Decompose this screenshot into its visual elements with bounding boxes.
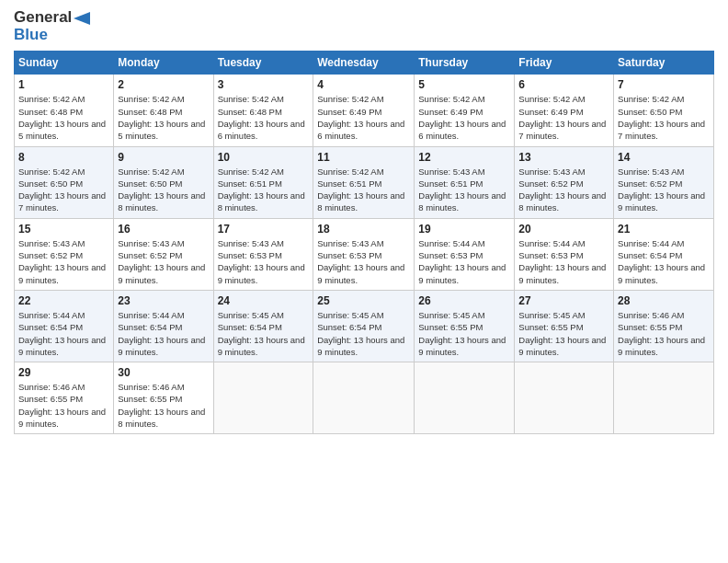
day-number: 9 — [118, 151, 209, 164]
calendar-header-row: SundayMondayTuesdayWednesdayThursdayFrid… — [15, 52, 714, 75]
day-number: 24 — [218, 294, 310, 307]
day-info: Sunrise: 5:45 AM Sunset: 6:55 PM Dayligh… — [418, 309, 510, 358]
day-number: 26 — [418, 294, 510, 307]
day-number: 4 — [317, 78, 410, 91]
week-row-1: 1 Sunrise: 5:42 AM Sunset: 6:48 PM Dayli… — [15, 75, 714, 146]
day-info: Sunrise: 5:46 AM Sunset: 6:55 PM Dayligh… — [118, 381, 209, 430]
day-info: Sunrise: 5:42 AM Sunset: 6:49 PM Dayligh… — [418, 93, 510, 142]
calendar-cell — [515, 362, 614, 434]
day-info: Sunrise: 5:43 AM Sunset: 6:52 PM Dayligh… — [518, 166, 609, 214]
day-number: 2 — [118, 78, 209, 91]
day-info: Sunrise: 5:42 AM Sunset: 6:51 PM Dayligh… — [218, 166, 310, 214]
day-number: 3 — [218, 78, 310, 91]
day-number: 21 — [618, 223, 710, 236]
day-info: Sunrise: 5:44 AM Sunset: 6:54 PM Dayligh… — [18, 309, 109, 358]
calendar-cell: 18 Sunrise: 5:43 AM Sunset: 6:53 PM Dayl… — [313, 218, 415, 290]
calendar-cell: 1 Sunrise: 5:42 AM Sunset: 6:48 PM Dayli… — [15, 75, 114, 146]
calendar-cell: 14 Sunrise: 5:43 AM Sunset: 6:52 PM Dayl… — [614, 146, 714, 218]
week-row-5: 29 Sunrise: 5:46 AM Sunset: 6:55 PM Dayl… — [15, 362, 714, 434]
calendar-cell: 3 Sunrise: 5:42 AM Sunset: 6:48 PM Dayli… — [213, 75, 313, 146]
calendar-cell: 30 Sunrise: 5:46 AM Sunset: 6:55 PM Dayl… — [114, 362, 213, 434]
calendar-header-tuesday: Tuesday — [213, 52, 313, 75]
day-number: 11 — [317, 151, 410, 164]
day-number: 8 — [18, 151, 109, 164]
calendar-cell: 2 Sunrise: 5:42 AM Sunset: 6:48 PM Dayli… — [114, 75, 213, 146]
calendar-cell: 6 Sunrise: 5:42 AM Sunset: 6:49 PM Dayli… — [515, 75, 614, 146]
calendar-cell: 21 Sunrise: 5:44 AM Sunset: 6:54 PM Dayl… — [614, 218, 714, 290]
calendar-cell: 9 Sunrise: 5:42 AM Sunset: 6:50 PM Dayli… — [114, 146, 213, 218]
day-info: Sunrise: 5:44 AM Sunset: 6:53 PM Dayligh… — [418, 237, 510, 286]
day-number: 13 — [518, 151, 609, 164]
calendar-cell: 28 Sunrise: 5:46 AM Sunset: 6:55 PM Dayl… — [614, 290, 714, 362]
day-info: Sunrise: 5:43 AM Sunset: 6:52 PM Dayligh… — [618, 166, 710, 214]
calendar-cell — [313, 362, 415, 434]
day-info: Sunrise: 5:42 AM Sunset: 6:48 PM Dayligh… — [18, 93, 109, 142]
day-info: Sunrise: 5:42 AM Sunset: 6:50 PM Dayligh… — [618, 93, 710, 142]
day-number: 1 — [18, 78, 109, 91]
day-info: Sunrise: 5:45 AM Sunset: 6:54 PM Dayligh… — [218, 309, 310, 358]
calendar-cell: 7 Sunrise: 5:42 AM Sunset: 6:50 PM Dayli… — [614, 75, 714, 146]
calendar-cell: 26 Sunrise: 5:45 AM Sunset: 6:55 PM Dayl… — [415, 290, 515, 362]
day-info: Sunrise: 5:42 AM Sunset: 6:50 PM Dayligh… — [118, 166, 209, 214]
day-number: 27 — [518, 294, 609, 307]
calendar-header-wednesday: Wednesday — [313, 52, 415, 75]
day-info: Sunrise: 5:42 AM Sunset: 6:48 PM Dayligh… — [218, 93, 310, 142]
calendar-cell: 20 Sunrise: 5:44 AM Sunset: 6:53 PM Dayl… — [515, 218, 614, 290]
day-number: 5 — [418, 78, 510, 91]
calendar-cell: 8 Sunrise: 5:42 AM Sunset: 6:50 PM Dayli… — [15, 146, 114, 218]
day-number: 22 — [18, 294, 109, 307]
day-info: Sunrise: 5:43 AM Sunset: 6:52 PM Dayligh… — [18, 237, 109, 286]
calendar-header-thursday: Thursday — [415, 52, 515, 75]
day-info: Sunrise: 5:44 AM Sunset: 6:54 PM Dayligh… — [618, 237, 710, 286]
day-number: 18 — [317, 223, 410, 236]
week-row-3: 15 Sunrise: 5:43 AM Sunset: 6:52 PM Dayl… — [15, 218, 714, 290]
day-info: Sunrise: 5:42 AM Sunset: 6:49 PM Dayligh… — [518, 93, 609, 142]
header: General Blue — [14, 9, 714, 43]
calendar-header-sunday: Sunday — [15, 52, 114, 75]
calendar-cell — [614, 362, 714, 434]
day-info: Sunrise: 5:45 AM Sunset: 6:54 PM Dayligh… — [317, 309, 410, 358]
day-info: Sunrise: 5:43 AM Sunset: 6:53 PM Dayligh… — [317, 237, 410, 286]
svg-marker-0 — [74, 12, 90, 25]
calendar-cell: 15 Sunrise: 5:43 AM Sunset: 6:52 PM Dayl… — [15, 218, 114, 290]
day-number: 16 — [118, 223, 209, 236]
day-info: Sunrise: 5:44 AM Sunset: 6:53 PM Dayligh… — [518, 237, 609, 286]
day-info: Sunrise: 5:45 AM Sunset: 6:55 PM Dayligh… — [518, 309, 609, 358]
calendar-body: 1 Sunrise: 5:42 AM Sunset: 6:48 PM Dayli… — [15, 75, 714, 434]
calendar-cell: 25 Sunrise: 5:45 AM Sunset: 6:54 PM Dayl… — [313, 290, 415, 362]
day-info: Sunrise: 5:43 AM Sunset: 6:53 PM Dayligh… — [218, 237, 310, 286]
calendar-cell: 29 Sunrise: 5:46 AM Sunset: 6:55 PM Dayl… — [15, 362, 114, 434]
calendar-cell: 17 Sunrise: 5:43 AM Sunset: 6:53 PM Dayl… — [213, 218, 313, 290]
calendar-cell: 27 Sunrise: 5:45 AM Sunset: 6:55 PM Dayl… — [515, 290, 614, 362]
week-row-2: 8 Sunrise: 5:42 AM Sunset: 6:50 PM Dayli… — [15, 146, 714, 218]
day-number: 14 — [618, 151, 710, 164]
calendar-header-friday: Friday — [515, 52, 614, 75]
calendar-cell: 24 Sunrise: 5:45 AM Sunset: 6:54 PM Dayl… — [213, 290, 313, 362]
calendar-cell: 5 Sunrise: 5:42 AM Sunset: 6:49 PM Dayli… — [415, 75, 515, 146]
calendar-cell: 16 Sunrise: 5:43 AM Sunset: 6:52 PM Dayl… — [114, 218, 213, 290]
day-info: Sunrise: 5:44 AM Sunset: 6:54 PM Dayligh… — [118, 309, 209, 358]
calendar-cell: 10 Sunrise: 5:42 AM Sunset: 6:51 PM Dayl… — [213, 146, 313, 218]
logo: General Blue — [14, 9, 90, 43]
calendar-cell: 19 Sunrise: 5:44 AM Sunset: 6:53 PM Dayl… — [415, 218, 515, 290]
day-number: 12 — [418, 151, 510, 164]
calendar-cell: 13 Sunrise: 5:43 AM Sunset: 6:52 PM Dayl… — [515, 146, 614, 218]
calendar-cell: 23 Sunrise: 5:44 AM Sunset: 6:54 PM Dayl… — [114, 290, 213, 362]
week-row-4: 22 Sunrise: 5:44 AM Sunset: 6:54 PM Dayl… — [15, 290, 714, 362]
day-info: Sunrise: 5:42 AM Sunset: 6:50 PM Dayligh… — [18, 166, 109, 214]
day-info: Sunrise: 5:46 AM Sunset: 6:55 PM Dayligh… — [18, 381, 109, 430]
calendar-cell — [213, 362, 313, 434]
day-number: 23 — [118, 294, 209, 307]
day-number: 10 — [218, 151, 310, 164]
page: General Blue SundayMondayTuesdayWednesda… — [0, 0, 728, 563]
calendar-cell: 22 Sunrise: 5:44 AM Sunset: 6:54 PM Dayl… — [15, 290, 114, 362]
calendar-header-monday: Monday — [114, 52, 213, 75]
day-number: 25 — [317, 294, 410, 307]
day-info: Sunrise: 5:42 AM Sunset: 6:49 PM Dayligh… — [317, 93, 410, 142]
day-number: 20 — [518, 223, 609, 236]
calendar-cell — [415, 362, 515, 434]
day-number: 29 — [18, 366, 109, 379]
day-number: 28 — [618, 294, 710, 307]
calendar-cell: 12 Sunrise: 5:43 AM Sunset: 6:51 PM Dayl… — [415, 146, 515, 218]
day-number: 6 — [518, 78, 609, 91]
